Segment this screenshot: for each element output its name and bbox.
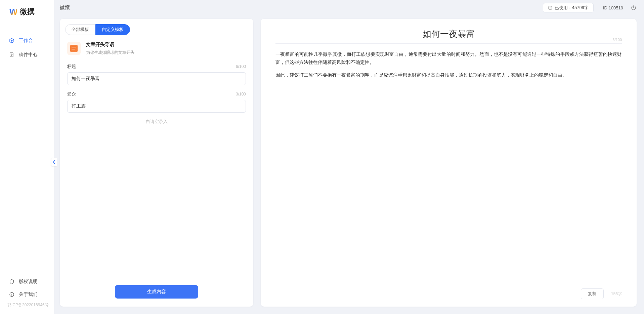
output-paragraph: 一夜暴富的可能性几乎微乎其微，而打工族想要实现财富自由，通常需要付出大量的时间和… bbox=[275, 50, 622, 67]
nav-label: 工作台 bbox=[19, 38, 33, 44]
field-audience-label: 受众 bbox=[67, 91, 76, 97]
title-input[interactable] bbox=[67, 72, 246, 85]
bottom-label: 关于我们 bbox=[19, 291, 38, 298]
power-icon bbox=[631, 5, 637, 11]
template-name: 文章开头导语 bbox=[86, 42, 134, 48]
template-desc: 为你生成抓眼球的文章开头 bbox=[86, 50, 134, 55]
generate-button[interactable]: 生成内容 bbox=[115, 285, 198, 299]
topbar: 微撰 已使用： 45799字 ID:100519 bbox=[54, 0, 644, 15]
bottom-item-copyright[interactable]: 版权说明 bbox=[0, 275, 54, 288]
nav-label: 稿件中心 bbox=[19, 52, 38, 58]
word-count: 156字 bbox=[611, 291, 622, 297]
logo-text: 微撰 bbox=[20, 7, 35, 17]
copy-button[interactable]: 复制 bbox=[581, 288, 604, 299]
output-footer: 复制 156字 bbox=[261, 284, 637, 307]
template-icon bbox=[67, 42, 81, 55]
logo: W 微撰 bbox=[0, 0, 54, 24]
logo-mark: W bbox=[9, 7, 17, 17]
nav-item-drafts[interactable]: 稿件中心 bbox=[0, 48, 54, 62]
tab-all-templates[interactable]: 全部模板 bbox=[65, 24, 95, 35]
clear-input-link[interactable]: 白请空录入 bbox=[67, 119, 246, 125]
sidebar-nav: 工作台 稿件中心 bbox=[0, 24, 54, 275]
usage-pill[interactable]: 已使用： 45799字 bbox=[543, 3, 594, 12]
bottom-item-about[interactable]: 关于我们 bbox=[0, 288, 54, 301]
chevron-left-icon bbox=[53, 160, 55, 164]
right-panel: 如何一夜暴富 6/100 一夜暴富的可能性几乎微乎其微，而打工族想要实现财富自由… bbox=[261, 19, 637, 307]
nav-item-workspace[interactable]: 工作台 bbox=[0, 34, 54, 48]
field-audience-count: 3/100 bbox=[236, 92, 246, 96]
usage-value: 45799字 bbox=[572, 5, 589, 11]
info-icon bbox=[9, 291, 15, 298]
bottom-label: 版权说明 bbox=[19, 279, 38, 285]
document-icon bbox=[9, 52, 15, 58]
shield-icon bbox=[9, 279, 15, 285]
power-button[interactable] bbox=[631, 5, 637, 11]
sidebar-bottom: 版权说明 关于我们 鄂ICP备2022016946号 bbox=[0, 275, 54, 314]
audience-input[interactable] bbox=[67, 100, 246, 113]
text-icon bbox=[548, 5, 553, 10]
field-title-label: 标题 bbox=[67, 64, 76, 70]
sidebar-collapse-handle[interactable] bbox=[51, 158, 57, 166]
template-info: 文章开头导语 为你生成抓眼球的文章开头 bbox=[60, 35, 253, 61]
icp-text: 鄂ICP备2022016946号 bbox=[0, 301, 54, 310]
output-body: 一夜暴富的可能性几乎微乎其微，而打工族想要实现财富自由，通常需要付出大量的时间和… bbox=[261, 47, 637, 284]
form: 标题 6/100 受众 3/100 白请空录入 bbox=[60, 61, 253, 278]
user-id: ID:100519 bbox=[603, 5, 623, 10]
output-title-count: 6/100 bbox=[612, 38, 622, 42]
page-title: 微撰 bbox=[60, 5, 70, 11]
sidebar: W 微撰 工作台 稿件中心 版权说明 bbox=[0, 0, 54, 314]
content: 全部模板 自定义模板 文章开头导语 为你生成抓眼球的文章开头 标题 bbox=[54, 15, 644, 314]
field-title-count: 6/100 bbox=[236, 64, 246, 69]
output-paragraph: 因此，建议打工族们不要抱有一夜暴富的期望，而是应该注重积累财富和提高自身技能，通… bbox=[275, 71, 622, 79]
template-tabs: 全部模板 自定义模板 bbox=[60, 19, 253, 35]
left-panel: 全部模板 自定义模板 文章开头导语 为你生成抓眼球的文章开头 标题 bbox=[60, 19, 253, 307]
output-title: 如何一夜暴富 bbox=[275, 28, 622, 44]
main: 微撰 已使用： 45799字 ID:100519 全部模板 自定义模板 bbox=[54, 0, 644, 314]
tab-custom-template[interactable]: 自定义模板 bbox=[95, 24, 130, 35]
cube-icon bbox=[9, 38, 15, 44]
usage-label: 已使用： bbox=[555, 5, 572, 11]
output-header: 如何一夜暴富 6/100 bbox=[261, 19, 637, 47]
